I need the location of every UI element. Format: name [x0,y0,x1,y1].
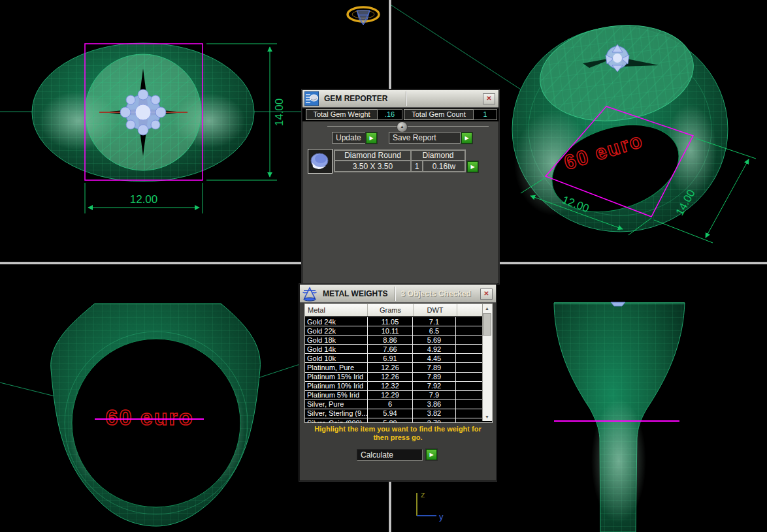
update-button[interactable]: Update [332,132,367,144]
scale-icon [302,286,318,302]
dialog-title: GEM REPORTER [324,94,387,103]
gem-type-cell: Diamond Round [335,150,411,161]
close-button[interactable]: ✕ [483,93,495,104]
gem-reporter-titlebar[interactable]: GEM REPORTER ✕ [302,90,498,108]
dwt-cell: 7.1 [413,317,456,326]
scroll-down-button[interactable]: ▼ [483,413,491,421]
gem-totals-row: Total Gem Weight .16 Total Gem Count 1 [302,108,498,121]
table-row[interactable]: Gold 22k10.116.5 [305,326,483,336]
table-row[interactable]: Gold 14k7.664.92 [305,345,483,354]
gem-weight-cell: 0.16tw [423,161,465,172]
scroll-up-button[interactable]: ▲ [483,304,491,313]
gem-side-view [357,10,370,25]
table-row[interactable]: Silver, Sterling (9...5.943.82 [305,409,483,418]
table-row[interactable]: Silver, Pure63.86 [305,400,483,409]
total-gem-weight-value: .16 [377,109,402,120]
filler-cell [456,345,483,353]
dwt-cell: 7.9 [413,391,456,399]
metal-weights-titlebar[interactable]: METAL WEIGHTS 3 Objects Checked ✕ [300,285,496,303]
instruction-text: Highlight the item you want to find the … [300,425,496,442]
instruction-line-2: then press go. [300,433,496,442]
table-row[interactable]: Gold 18k8.865.69 [305,336,483,345]
gem-size-cell: 3.50 X 3.50 [335,161,411,172]
filler-cell [456,317,483,326]
dwt-cell: 3.86 [413,400,456,409]
total-gem-count-value: 1 [473,109,497,120]
engraving-text[interactable]: 60 euro [106,405,194,430]
total-gem-count-label: Total Gem Count [404,109,474,120]
filler-cell [456,326,483,335]
dwt-cell: 7.92 [413,382,456,390]
filler-cell [456,418,483,423]
metal-cell: Gold 24k [305,317,368,326]
metal-cell: Silver, Coin (900) [305,418,368,423]
filler-cell [456,409,483,418]
table-row[interactable]: Silver, Coin (900)5.893.79 [305,418,483,423]
grams-cell: 5.94 [368,409,413,418]
filler-cell [456,354,483,362]
gem-thumbnail[interactable] [308,149,333,174]
grams-cell: 6 [368,400,413,409]
metal-weights-table: Metal Grams DWT Gold 24k11.057.1Gold 22k… [304,304,493,423]
dwt-cell: 6.5 [413,326,456,335]
scrollbar-thumb[interactable] [483,313,491,336]
metal-cell: Gold 22k [305,326,368,335]
table-row[interactable]: Gold 24k11.057.1 [305,317,483,326]
metal-cell: Platinum 5% Irid [305,391,368,399]
panel-slider-track[interactable] [327,126,489,127]
table-row[interactable]: Platinum 15% Irid12.267.89 [305,373,483,382]
calculate-go-button[interactable]: ▶ [426,449,437,460]
filler-cell [456,391,483,399]
titlebar-separator [395,287,396,301]
metal-table-body: Gold 24k11.057.1Gold 22k10.116.5Gold 18k… [305,317,492,423]
close-button[interactable]: ✕ [480,289,493,300]
filler-cell [456,336,483,344]
status-badge: 3 Objects Checked [401,289,471,298]
gem-image [308,149,331,172]
gem-reporter-dialog: GEM REPORTER ✕ Total Gem Weight .16 Tota… [302,89,499,284]
table-row[interactable]: Gold 10k6.914.45 [305,354,483,363]
metal-weights-dialog: METAL WEIGHTS 3 Objects Checked ✕ Metal … [299,284,497,481]
axis-y-label: y [439,512,444,522]
metal-cell: Silver, Pure [305,400,368,409]
grams-cell: 11.05 [368,317,413,326]
column-header-metal[interactable]: Metal [305,304,368,316]
grams-cell: 7.66 [368,345,413,353]
table-row[interactable]: Platinum 10% Irid12.327.92 [305,382,483,391]
dimension-label-width[interactable]: 12.00 [130,193,158,206]
column-header-grams[interactable]: Grams [368,304,414,316]
save-report-button[interactable]: Save Report [389,132,461,144]
gem-material-cell: Diamond [411,150,465,161]
scrollbar[interactable]: ▲ ▼ [482,304,492,421]
column-header-blank [457,304,483,316]
save-report-go-button[interactable]: ▶ [461,133,472,144]
metal-cell: Platinum 10% Irid [305,382,368,390]
dimension-label-height[interactable]: 14.00 [273,99,286,127]
table-row[interactable]: Platinum 5% Irid12.297.9 [305,391,483,400]
table-row[interactable]: Platinum, Pure12.267.89 [305,363,483,372]
grams-cell: 12.26 [368,363,413,371]
instruction-line-1: Highlight the item you want to find the … [300,425,496,433]
grams-cell: 12.26 [368,373,413,381]
update-go-button[interactable]: ▶ [366,133,377,144]
axis-indicator: z y [417,490,444,522]
dwt-cell: 4.92 [413,345,456,353]
grams-cell: 6.91 [368,354,413,362]
grams-cell: 12.29 [368,391,413,399]
gold-ring-miniature[interactable] [348,7,379,25]
filler-cell [456,400,483,409]
ring-side-view-mesh[interactable] [554,303,685,532]
gem-row-go-button[interactable]: ▶ [467,161,478,172]
grams-cell: 10.11 [368,326,413,335]
column-header-dwt[interactable]: DWT [414,304,457,316]
gem-row-table[interactable]: Diamond Round Diamond 3.50 X 3.50 1 0.16… [334,149,466,172]
dialog-title: METAL WEIGHTS [323,289,388,298]
total-gem-weight-label: Total Gem Weight [306,109,378,120]
metal-cell: Gold 14k [305,345,368,353]
calculate-button[interactable]: Calculate [357,449,423,461]
grams-cell: 12.32 [368,382,413,390]
grams-cell: 8.86 [368,336,413,344]
dwt-cell: 3.79 [413,418,456,423]
gem-reporter-icon [304,91,319,106]
panel-slider-handle[interactable]: ▲ [397,121,408,133]
